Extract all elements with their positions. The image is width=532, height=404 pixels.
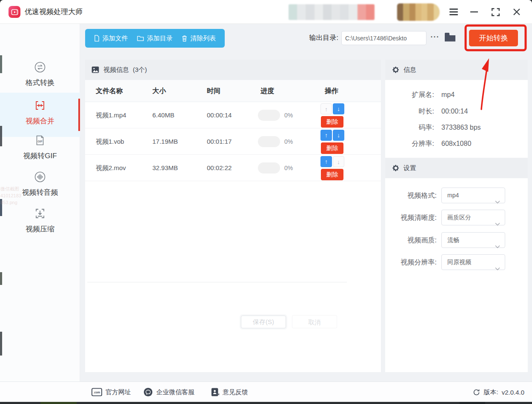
- col-time: 时间: [207, 80, 220, 102]
- file-list-toolbar: 添加文件 添加目录 清除列表: [85, 29, 225, 48]
- chevron-down-icon: [495, 261, 500, 276]
- footer: .com 官方网址 企业微信客服 意见反馈 版本:: [0, 381, 532, 402]
- refresh-icon[interactable]: [473, 389, 480, 396]
- info-value: 3733863 bps: [441, 119, 481, 136]
- dotcom-website-icon: .com: [92, 388, 102, 396]
- info-section-title: 信息: [403, 66, 416, 74]
- file-name: 视频1.mp4: [96, 102, 126, 128]
- video-to-gif-icon: GIF: [34, 134, 46, 146]
- info-value: 608x1080: [441, 135, 471, 152]
- output-path-input[interactable]: [341, 31, 426, 45]
- move-down-button[interactable]: ↓: [333, 103, 344, 114]
- more-options-button[interactable]: ···: [429, 31, 441, 45]
- video-merge-icon: [34, 100, 46, 111]
- close-button[interactable]: [511, 6, 523, 18]
- file-size: 6.40MB: [152, 102, 174, 128]
- chevron-down-icon: [495, 239, 500, 254]
- folder-icon: [137, 35, 144, 41]
- progress-label: 0%: [284, 155, 293, 181]
- col-actions: 操作: [325, 80, 338, 102]
- setting-label: 视频清晰度:: [401, 210, 437, 225]
- setting-field: 视频画质: 流畅: [385, 232, 528, 248]
- file-name: 视频2.mov: [96, 155, 126, 181]
- video-quality-select[interactable]: 流畅: [441, 232, 505, 248]
- open-folder-icon[interactable]: [444, 32, 456, 43]
- info-label: 时长:: [419, 103, 434, 120]
- file-time: 00:01:17: [207, 128, 232, 155]
- add-file-button[interactable]: 添加文件: [94, 34, 128, 43]
- table-row[interactable]: 视频1.vob 17.19MB 00:01:17 0% ↑ ↓ 删除: [85, 128, 381, 155]
- delete-button[interactable]: 删除: [321, 142, 343, 154]
- move-up-button[interactable]: ↑: [320, 130, 332, 141]
- progress-label: 0%: [284, 102, 293, 128]
- move-up-button[interactable]: ↑: [320, 156, 332, 167]
- progress-bar: [258, 110, 280, 121]
- output-dir-label: 输出目录:: [298, 31, 338, 45]
- app-window: 优速视频处理大师: [0, 0, 532, 404]
- redacted-account-info: [289, 4, 375, 20]
- feedback-icon: [211, 387, 219, 397]
- add-directory-button[interactable]: 添加目录: [137, 34, 172, 43]
- ghost-save-button: 保存(S): [241, 316, 286, 328]
- sidebar-item-label: 视频压缩: [0, 224, 80, 234]
- video-list-title: 视频信息: [103, 66, 129, 74]
- desktop-artifact: [0, 126, 2, 146]
- table-row[interactable]: 视频1.mp4 6.40MB 00:00:14 0% ↑ ↓ 删除: [85, 102, 381, 128]
- official-website-link[interactable]: .com 官方网址: [92, 382, 131, 402]
- video-count: (3个): [133, 66, 147, 74]
- video-list-card: 视频信息 (3个) 文件名称 大小 时间 进度 操作 视频1.mp4 6.40M…: [85, 60, 381, 372]
- sidebar-item-format-convert[interactable]: 格式转换: [0, 61, 80, 88]
- sidebar: 格式转换 视频合并 GIF 视频转GIF 视频转音频: [0, 24, 80, 381]
- info-value: 00:00:14: [441, 103, 468, 120]
- sidebar-item-label: 格式转换: [0, 78, 80, 88]
- video-resolution-select[interactable]: 同原视频: [441, 254, 505, 270]
- progress-bar: [258, 162, 280, 174]
- menu-icon[interactable]: [448, 6, 460, 18]
- info-value: mp4: [441, 86, 455, 103]
- settings-section-header: 设置: [385, 158, 528, 178]
- selected-value: 画质区分: [447, 214, 471, 221]
- settings-section-title: 设置: [403, 164, 416, 172]
- selected-value: 同原视频: [447, 259, 471, 265]
- delete-button[interactable]: 删除: [321, 169, 343, 180]
- file-size: 32.93MB: [152, 155, 178, 181]
- sidebar-item-video-compress[interactable]: 视频压缩: [0, 208, 80, 234]
- setting-label: 视频分辨率:: [401, 254, 437, 270]
- start-convert-button[interactable]: 开始转换: [469, 30, 518, 46]
- format-convert-icon: [34, 61, 46, 73]
- add-file-label: 添加文件: [103, 34, 128, 43]
- feedback-link[interactable]: 意见反馈: [211, 382, 248, 402]
- col-progress: 进度: [260, 80, 274, 102]
- sidebar-item-video-merge[interactable]: 视频合并: [0, 93, 80, 137]
- video-clarity-select[interactable]: 画质区分: [441, 210, 505, 225]
- desktop-artifact: [0, 332, 2, 356]
- sidebar-item-label: 视频转GIF: [0, 151, 80, 161]
- setting-label: 视频格式:: [408, 188, 437, 203]
- desktop-edge: [0, 402, 532, 404]
- delete-button[interactable]: 删除: [321, 116, 343, 128]
- maximize-button[interactable]: [489, 6, 501, 18]
- info-section-header: 信息: [385, 60, 528, 80]
- info-field: 码率: 3733863 bps: [385, 119, 528, 136]
- minimize-button[interactable]: [468, 6, 480, 18]
- sidebar-item-video-to-gif[interactable]: GIF 视频转GIF: [0, 134, 80, 161]
- app-logo-icon: [9, 6, 20, 18]
- selected-value: 流畅: [447, 236, 459, 243]
- info-label: 扩展名:: [412, 86, 434, 103]
- video-format-select[interactable]: mp4: [441, 188, 505, 203]
- info-field: 分辨率: 608x1080: [385, 135, 528, 152]
- wechat-service-link[interactable]: 企业微信客服: [143, 382, 194, 402]
- clear-list-button[interactable]: 清除列表: [182, 34, 216, 43]
- ghost-cancel-button: 取消: [292, 315, 337, 328]
- svg-text:GIF: GIF: [37, 140, 43, 143]
- move-down-button[interactable]: ↓: [333, 130, 344, 141]
- sidebar-item-label: 视频合并: [0, 116, 80, 126]
- progress-bar: [258, 136, 280, 147]
- clear-list-label: 清除列表: [190, 34, 216, 43]
- table-column-header: 文件名称 大小 时间 进度 操作: [85, 80, 381, 102]
- col-filename: 文件名称: [96, 80, 123, 102]
- version-number: v2.0.4.0: [502, 389, 524, 396]
- setting-field: 视频清晰度: 画质区分: [385, 210, 528, 225]
- setting-field: 视频分辨率: 同原视频: [385, 254, 528, 270]
- table-row[interactable]: 视频2.mov 32.93MB 00:02:22 0% ↑ ↓ 删除: [85, 155, 381, 181]
